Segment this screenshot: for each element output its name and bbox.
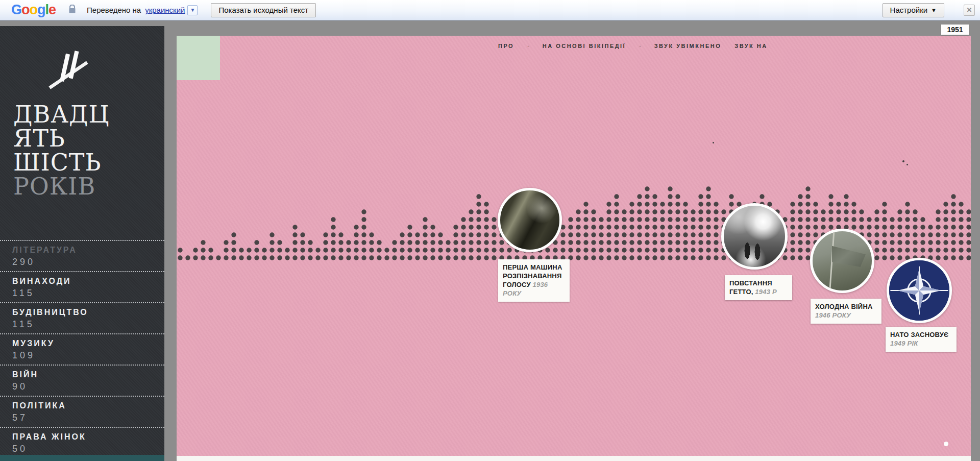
bottom-white-strip xyxy=(177,456,971,461)
show-original-button[interactable]: Показать исходный текст xyxy=(211,3,316,17)
texture-speck xyxy=(906,164,908,165)
event-title: ХОЛОДНА ВІЙНА xyxy=(815,303,873,310)
google-translate-bar: Google Переведено на украинский ▼ Показа… xyxy=(0,0,980,20)
site-title-line: ШІСТЬ xyxy=(13,151,110,175)
page-background: ДВАДЦ ЯТЬ ШІСТЬ РОКІВ ЛІТЕРАТУРА 290 ВИН… xyxy=(0,20,980,461)
site-logo-icon xyxy=(45,46,92,93)
category-count: 109 xyxy=(12,350,164,361)
category-count: 115 xyxy=(12,319,164,330)
timeline-canvas: ПРО ◦ НА ОСНОВІ ВІКІПЕДІЇ ◦ ЗВУК УВІМКНЕ… xyxy=(177,36,971,456)
translated-to-label: Переведено на xyxy=(87,6,141,14)
timeline-event-label[interactable]: ПОВСТАННЯ ГЕТТО, 1943 Р xyxy=(725,275,792,300)
category-count: 90 xyxy=(12,381,164,392)
current-year-badge: 1951 xyxy=(941,25,969,35)
timeline-progress-dot[interactable] xyxy=(944,442,948,446)
sidebar-item-literature[interactable]: ЛІТЕРАТУРА 290 xyxy=(0,240,164,271)
event-year: 1946 РОКУ xyxy=(815,311,851,319)
lock-icon xyxy=(69,5,76,15)
timeline-event-bubble-nato[interactable] xyxy=(887,258,952,323)
sidebar-item-music[interactable]: МУЗИКУ 109 xyxy=(0,333,164,365)
nato-compass-icon xyxy=(889,260,949,321)
settings-caret-icon: ▼ xyxy=(931,7,937,13)
language-link[interactable]: украинский xyxy=(145,6,185,14)
timeline-event-bubble-ghetto-uprising[interactable] xyxy=(721,203,788,270)
sidebar-bottom-accent-bar xyxy=(0,455,164,461)
sidebar-item-wars[interactable]: ВІЙН 90 xyxy=(0,365,164,396)
event-year: 1943 Р xyxy=(755,288,776,296)
google-logo: Google xyxy=(11,2,56,18)
sidebar: ДВАДЦ ЯТЬ ШІСТЬ РОКІВ ЛІТЕРАТУРА 290 ВИН… xyxy=(0,26,164,455)
timeline-event-bubble-cold-war[interactable] xyxy=(810,229,874,293)
site-title: ДВАДЦ ЯТЬ ШІСТЬ РОКІВ xyxy=(13,103,110,199)
category-count: 57 xyxy=(12,413,164,423)
timeline-event-label[interactable]: ХОЛОДНА ВІЙНА 1946 РОКУ xyxy=(811,299,881,324)
sidebar-item-construction[interactable]: БУДІВНИЦТВО 115 xyxy=(0,302,164,333)
texture-speck xyxy=(902,160,904,162)
timeline-event-label[interactable]: ПЕРША МАШИНА РОЗПІЗНАВАННЯ ГОЛОСУ 1936 Р… xyxy=(498,259,570,302)
settings-button[interactable]: Настройки▼ xyxy=(883,3,944,17)
timeline-event-bubble-voice-machine[interactable] xyxy=(498,188,562,252)
site-title-line-muted: РОКІВ xyxy=(13,175,110,199)
category-count: 50 xyxy=(12,444,164,454)
close-translate-bar-icon[interactable]: ✕ xyxy=(964,5,975,16)
category-menu: ЛІТЕРАТУРА 290 ВИНАХОДИ 115 БУДІВНИЦТВО … xyxy=(0,240,164,458)
category-count: 115 xyxy=(12,288,164,299)
site-title-line: ДВАДЦ xyxy=(13,103,110,127)
category-count: 290 xyxy=(12,257,164,268)
timeline-event-label[interactable]: НАТО ЗАСНОВУЄ 1949 РІК xyxy=(886,327,957,352)
texture-speck xyxy=(713,142,714,143)
sidebar-item-politics[interactable]: ПОЛІТИКА 57 xyxy=(0,396,164,427)
sidebar-item-womens-rights[interactable]: ПРАВА ЖІНОК 50 xyxy=(0,427,164,458)
sidebar-item-inventions[interactable]: ВИНАХОДИ 115 xyxy=(0,271,164,302)
event-title: НАТО ЗАСНОВУЄ xyxy=(890,331,948,338)
site-title-line: ЯТЬ xyxy=(13,127,110,151)
event-year: 1949 РІК xyxy=(890,339,918,347)
language-dropdown-button[interactable]: ▼ xyxy=(187,5,198,15)
